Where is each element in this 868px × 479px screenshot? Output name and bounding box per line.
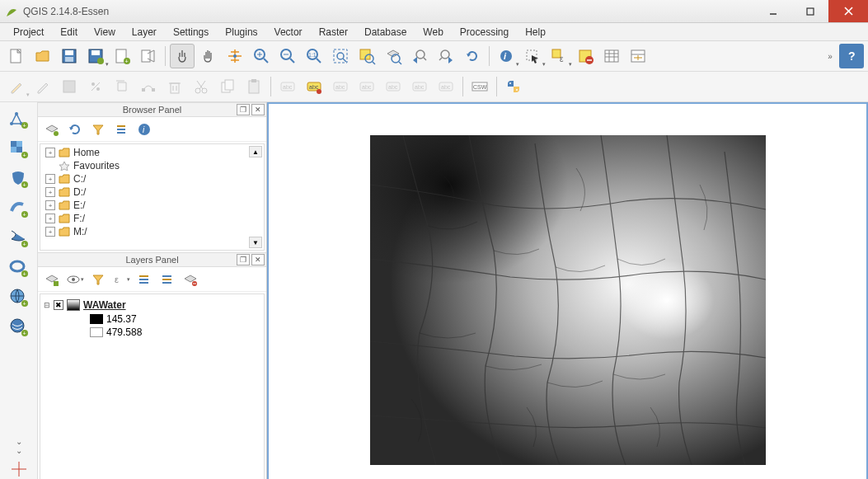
browser-scroll-up[interactable]: ▲	[249, 146, 262, 157]
browser-scroll-down[interactable]: ▼	[249, 237, 262, 248]
layers-remove-icon[interactable]	[181, 270, 199, 289]
zoom-native-button[interactable]: 1:1	[302, 44, 326, 68]
add-wms-layer-button[interactable]: +	[7, 285, 31, 310]
touch-pan-button[interactable]	[170, 44, 195, 68]
delete-selected-button[interactable]	[162, 74, 187, 99]
browser-item-favourites[interactable]: Favourites	[42, 159, 262, 172]
browser-item-c[interactable]: +C:/	[42, 172, 262, 185]
crosshair-icon[interactable]	[7, 457, 31, 479]
label-abc-6-button[interactable]: abc	[407, 74, 432, 99]
menu-project[interactable]: Project	[5, 24, 52, 40]
select-expression-button[interactable]: ε▾	[547, 44, 571, 68]
paste-features-button[interactable]	[242, 74, 266, 99]
menu-help[interactable]: Help	[517, 24, 554, 40]
select-features-button[interactable]: ▾	[520, 44, 545, 68]
layers-panel-header[interactable]: Layers Panel ❐ ✕	[38, 252, 266, 267]
refresh-button[interactable]	[460, 44, 485, 68]
browser-item-home[interactable]: +Home	[42, 146, 262, 159]
menu-vector[interactable]: Vector	[266, 24, 311, 40]
csw-button[interactable]: CSW	[467, 74, 492, 99]
layer-wawater[interactable]: ⊟ ✖ WAWater	[44, 298, 260, 312]
help-button[interactable]: ?	[839, 44, 864, 68]
open-project-button[interactable]	[30, 44, 55, 68]
filter-browser-icon[interactable]	[89, 120, 107, 139]
layers-expression-icon[interactable]: ε▾	[112, 270, 130, 289]
zoom-out-button[interactable]	[275, 44, 300, 68]
toolbar-overflow-1[interactable]: »	[822, 50, 838, 62]
browser-close-button[interactable]: ✕	[251, 104, 265, 115]
identify-button[interactable]: i▾	[494, 44, 518, 68]
toggle-editing-button[interactable]: ▾	[4, 74, 29, 99]
layers-undock-button[interactable]: ❐	[237, 254, 250, 265]
add-oracle-layer-button[interactable]: +	[7, 256, 31, 280]
browser-tree[interactable]: +Home Favourites +C:/ +D:/ +E:/ +F:/ +M:…	[40, 144, 264, 240]
layers-expand-icon[interactable]	[135, 270, 153, 289]
add-mssql-layer-button[interactable]: +	[7, 226, 31, 251]
browser-item-d[interactable]: +D:/	[42, 185, 262, 199]
field-calculator-button[interactable]	[626, 44, 650, 68]
add-spatialite-layer-button[interactable]: +	[7, 196, 31, 221]
add-raster-layer-button[interactable]: +	[7, 137, 31, 162]
menu-processing[interactable]: Processing	[452, 24, 517, 40]
zoom-last-button[interactable]	[407, 44, 432, 68]
layers-close-button[interactable]: ✕	[251, 254, 265, 265]
layers-visibility-icon[interactable]: ▾	[66, 270, 84, 289]
menu-database[interactable]: Database	[356, 24, 415, 40]
layers-tree[interactable]: ⊟ ✖ WAWater 145.37 479.588	[40, 294, 264, 342]
menu-plugins[interactable]: Plugins	[217, 24, 265, 40]
browser-undock-button[interactable]: ❐	[237, 104, 250, 115]
maximize-button[interactable]	[791, 0, 828, 22]
label-abc-yellow-button[interactable]: abc	[302, 74, 326, 99]
browser-panel-header[interactable]: Browser Panel ❐ ✕	[38, 102, 266, 117]
python-console-button[interactable]	[501, 74, 526, 99]
pan-to-selection-button[interactable]	[223, 44, 247, 68]
label-abc-1-button[interactable]: abc	[275, 74, 300, 99]
browser-item-f[interactable]: +F:/	[42, 212, 262, 225]
open-attribute-table-button[interactable]	[599, 44, 624, 68]
new-print-composer-button[interactable]: +	[110, 44, 134, 68]
layers-collapse-icon[interactable]	[158, 270, 176, 289]
move-feature-button[interactable]	[110, 74, 134, 99]
browser-item-m[interactable]: +M:/	[42, 225, 262, 238]
zoom-selection-button[interactable]	[354, 44, 379, 68]
label-abc-7-button[interactable]: abc	[434, 74, 458, 99]
save-as-button[interactable]: ▾	[83, 44, 108, 68]
properties-icon[interactable]: i	[135, 120, 153, 139]
composer-manager-button[interactable]	[136, 44, 161, 68]
layers-filter-icon[interactable]	[89, 270, 107, 289]
close-button[interactable]	[828, 0, 868, 22]
zoom-in-button[interactable]	[249, 44, 274, 68]
add-layer-icon[interactable]	[43, 120, 61, 139]
collapse-all-icon[interactable]	[112, 120, 130, 139]
deselect-button[interactable]	[573, 44, 598, 68]
refresh-browser-icon[interactable]	[66, 120, 84, 139]
label-abc-5-button[interactable]: abc	[381, 74, 406, 99]
pan-map-button[interactable]	[196, 44, 221, 68]
menu-view[interactable]: View	[86, 24, 124, 40]
add-feature-button[interactable]	[83, 74, 108, 99]
browser-item-e[interactable]: +E:/	[42, 199, 262, 212]
new-project-button[interactable]	[4, 44, 29, 68]
add-wcs-layer-button[interactable]: +	[7, 315, 31, 340]
menu-raster[interactable]: Raster	[311, 24, 356, 40]
menu-edit[interactable]: Edit	[52, 24, 86, 40]
menu-settings[interactable]: Settings	[165, 24, 217, 40]
zoom-next-button[interactable]	[434, 44, 458, 68]
layers-style-icon[interactable]	[43, 270, 61, 289]
zoom-full-button[interactable]	[328, 44, 353, 68]
map-canvas-area[interactable]	[267, 102, 868, 479]
menu-web[interactable]: Web	[415, 24, 451, 40]
label-abc-4-button[interactable]: abc	[354, 74, 379, 99]
current-edits-button[interactable]	[30, 74, 55, 99]
save-project-button[interactable]	[57, 44, 82, 68]
add-postgis-layer-button[interactable]: +	[7, 167, 31, 191]
menu-layer[interactable]: Layer	[124, 24, 165, 40]
node-tool-button[interactable]	[136, 74, 161, 99]
save-edits-button[interactable]	[57, 74, 82, 99]
layer-visibility-checkbox[interactable]: ✖	[54, 300, 63, 310]
side-toolbar-overflow-1[interactable]: ⌄⌄	[11, 440, 27, 452]
copy-features-button[interactable]	[215, 74, 240, 99]
cut-features-button[interactable]	[189, 74, 213, 99]
add-vector-layer-button[interactable]: +	[7, 107, 31, 132]
zoom-layer-button[interactable]	[381, 44, 406, 68]
